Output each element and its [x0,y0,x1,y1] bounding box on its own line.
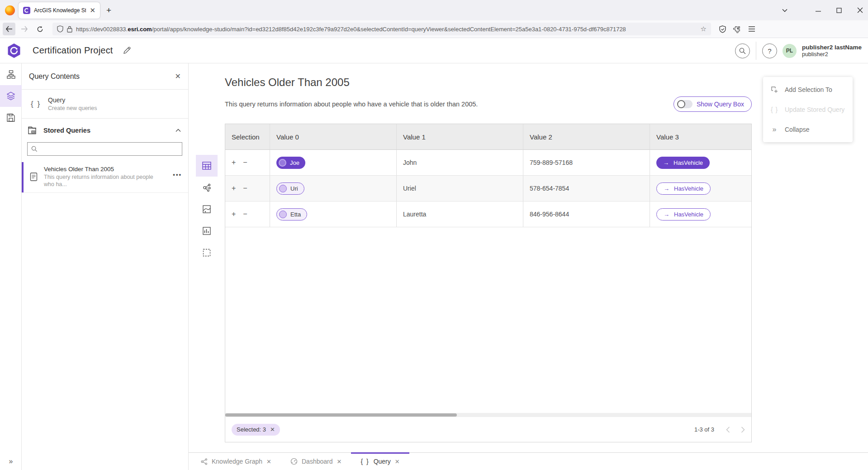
relation-pill[interactable]: → HasVehicle [656,157,710,169]
forward-button[interactable] [18,23,31,35]
tab-dashboard[interactable]: Dashboard ✕ [281,453,351,470]
stored-query-item[interactable]: Vehicles Older Than 2005 This query retu… [22,162,188,193]
new-tab-button[interactable]: + [106,6,111,14]
stored-query-description: This query returns information about peo… [44,174,160,188]
entity-pill[interactable]: Joe [276,157,305,169]
relation-pill-label: HasVehicle [674,159,703,166]
remove-from-selection-icon[interactable]: − [243,184,247,192]
table-footer: Selected: 3 ✕ 1-3 of 3 [225,417,751,442]
menu-hamburger-icon[interactable] [748,26,755,32]
entity-cell: Joe [270,150,397,175]
remove-from-selection-icon[interactable]: − [243,158,247,167]
close-tab-icon[interactable]: ✕ [337,459,342,465]
help-button[interactable]: ? [762,43,777,58]
relation-cell: → HasVehicle [650,201,751,227]
header-search-button[interactable] [735,43,750,58]
menu-item-update-stored-query[interactable]: { } Update Stored Query [763,100,853,120]
save-shield-icon[interactable] [719,25,726,33]
rail-save-icon[interactable] [0,107,22,129]
previous-page-icon[interactable] [726,427,730,433]
close-window-button[interactable] [856,7,863,13]
bookmark-star-icon[interactable]: ☆ [701,25,707,33]
next-page-icon[interactable] [741,427,745,433]
tracking-shield-icon[interactable] [57,25,63,33]
scrollbar-thumb[interactable] [225,413,457,417]
header-divider [756,42,756,60]
panel-close-icon[interactable]: ✕ [175,73,181,80]
minimize-button[interactable] [815,8,822,13]
clear-selection-icon[interactable]: ✕ [270,427,275,432]
column-header[interactable]: Value 2 [523,124,650,150]
selection-cell: + − [225,176,270,201]
graph-view-icon[interactable] [196,177,218,198]
entity-pill[interactable]: Etta [276,208,307,221]
toggle-knob [677,100,685,108]
app-header: Certification Project ? PL publisher2 la… [0,38,868,63]
stored-queries-header[interactable]: Stored Queries [22,126,188,134]
column-header[interactable]: Value 0 [270,124,397,150]
url-bar[interactable]: https://dev0028833.esri.com/portal/apps/… [52,23,711,35]
stored-queries-label: Stored Queries [43,127,170,134]
add-to-selection-icon[interactable]: + [232,210,236,218]
column-header[interactable]: Selection [225,124,270,150]
user-name[interactable]: publisher2 lastName [802,44,862,52]
show-query-box-toggle[interactable]: Show Query Box [674,96,752,112]
rail-data-model-icon[interactable] [0,63,22,85]
table-row[interactable]: + − Joe John 759-889-57168 → HasVehicle [225,150,751,176]
select-view-icon[interactable] [196,242,218,264]
back-button[interactable] [3,23,15,35]
relation-pill[interactable]: → HasVehicle [656,182,711,195]
expand-rail-icon[interactable]: » [0,457,22,465]
relation-pill[interactable]: → HasVehicle [656,208,711,221]
chart-view-icon[interactable] [196,220,218,242]
horizontal-scrollbar[interactable] [225,413,751,417]
tab-knowledge-graph[interactable]: Knowledge Graph ✕ [191,453,281,470]
entity-dot-icon [279,159,286,167]
arrow-right-icon: → [664,211,669,218]
entity-pill[interactable]: Uri [276,182,304,195]
stored-query-more-icon[interactable]: ••• [173,171,182,178]
add-to-selection-icon[interactable]: + [232,184,236,192]
lock-icon[interactable] [67,26,72,33]
toggle-switch[interactable] [677,100,693,108]
add-to-selection-icon[interactable]: + [232,158,236,167]
remove-from-selection-icon[interactable]: − [243,210,247,218]
entity-pill-label: Uri [290,185,298,192]
search-input[interactable] [40,146,178,153]
menu-item-collapse[interactable]: » Collapse [763,120,853,139]
tab-close-icon[interactable]: ✕ [90,7,95,14]
show-query-box-label: Show Query Box [697,101,744,108]
browser-tab[interactable]: ArcGIS Knowledge Studio ✕ [19,2,100,19]
table-row[interactable]: + − Uri Uriel 578-654-7854 → HasVehicle [225,176,751,201]
new-query-item[interactable]: { } Query Create new queries [22,90,188,119]
query-item-subtitle: Create new queries [48,105,97,111]
reload-button[interactable] [33,23,46,35]
maximize-button[interactable] [835,8,843,13]
list-tabs-chevron-icon[interactable] [781,9,788,12]
menu-item-add-selection-to[interactable]: Add Selection To [763,80,853,100]
collapse-section-chevron-icon[interactable] [175,129,181,132]
user-avatar[interactable]: PL [783,44,797,58]
browser-nav-bar: https://dev0028833.esri.com/portal/apps/… [0,20,868,38]
stored-queries-search[interactable] [27,142,182,156]
close-tab-icon[interactable]: ✕ [395,459,400,465]
query-title: Vehicles Older Than 2005 [225,76,350,89]
map-view-icon[interactable] [196,198,218,220]
table-view-icon[interactable] [196,155,218,177]
column-header[interactable]: Value 1 [397,124,523,150]
pagination-range: 1-3 of 3 [694,426,714,433]
column-header[interactable]: Value 3 [650,124,751,150]
table-header-row: Selection Value 0 Value 1 Value 2 Value … [225,124,751,150]
extensions-puzzle-icon[interactable] [733,25,741,33]
firefox-icon[interactable] [5,5,15,15]
tab-query[interactable]: { } Query ✕ [351,453,409,470]
selected-count-chip[interactable]: Selected: 3 ✕ [232,424,280,436]
rail-layers-icon[interactable] [0,85,22,107]
entity-pill-label: Joe [290,159,299,166]
selection-cell: + − [225,201,270,227]
close-tab-icon[interactable]: ✕ [266,459,271,465]
edit-title-pencil-icon[interactable] [123,47,131,54]
table-row[interactable]: + − Etta Lauretta 846-956-8644 → HasVehi… [225,201,751,227]
arcgis-favicon-icon [23,7,30,14]
entity-dot-icon [279,185,287,192]
